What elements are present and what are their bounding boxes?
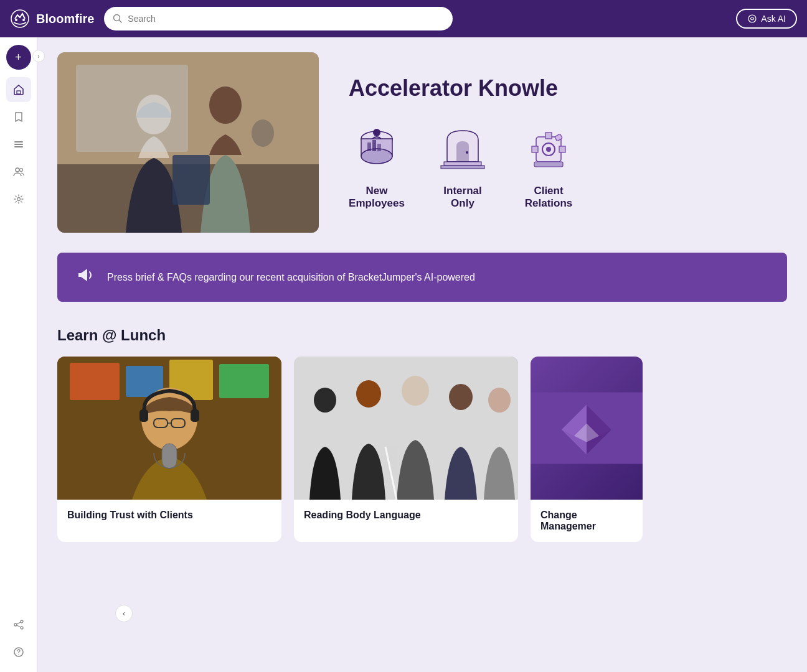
collapse-arrow-bottom[interactable]: ‹ <box>115 605 133 622</box>
category-client-relations[interactable]: ClientRelations <box>521 121 577 210</box>
card-change-management[interactable]: Change Managemer <box>531 357 643 542</box>
svg-rect-51 <box>219 364 269 398</box>
internal-only-icon <box>435 121 491 177</box>
svg-point-64 <box>488 388 511 413</box>
svg-point-45 <box>546 147 551 152</box>
svg-point-1 <box>15 19 17 21</box>
new-employees-icon <box>349 121 405 177</box>
sidebar-bottom <box>6 612 31 665</box>
search-bar[interactable] <box>104 7 453 30</box>
svg-point-25 <box>252 119 274 147</box>
svg-rect-7 <box>14 141 23 142</box>
svg-rect-41 <box>559 146 565 152</box>
sidebar-item-queue[interactable] <box>6 132 31 157</box>
card-1-label: Building Trust with Clients <box>57 500 281 531</box>
svg-point-10 <box>16 168 19 172</box>
card-image-2 <box>294 357 518 500</box>
card-3-label: Change Managemer <box>531 500 643 542</box>
logo: Bloomfire <box>10 9 94 29</box>
search-icon <box>113 14 123 24</box>
sidebar: + <box>0 37 37 672</box>
card-2-svg <box>294 357 518 500</box>
svg-rect-42 <box>545 133 552 139</box>
help-icon <box>12 646 25 658</box>
card-image-3 <box>531 357 643 500</box>
svg-rect-8 <box>14 144 23 145</box>
hero-categories: Accelerator Knowle <box>319 52 787 233</box>
svg-point-2 <box>22 19 25 21</box>
svg-rect-40 <box>532 146 538 152</box>
svg-rect-32 <box>367 142 371 151</box>
search-input[interactable] <box>128 14 444 24</box>
hero-image-svg <box>57 52 319 233</box>
svg-line-16 <box>17 622 21 624</box>
svg-rect-56 <box>139 409 148 422</box>
svg-point-5 <box>748 15 756 22</box>
add-icon: + <box>15 51 22 64</box>
bloomfire-logo-icon <box>10 9 30 29</box>
ask-ai-button[interactable]: Ask AI <box>736 9 797 29</box>
ai-icon <box>747 14 757 24</box>
main-content: Accelerator Knowle <box>37 37 807 672</box>
svg-rect-9 <box>14 146 23 147</box>
section-title-learn-at-lunch: Learn @ Lunch <box>57 327 787 344</box>
add-button[interactable]: + <box>6 45 31 70</box>
sidebar-item-bookmarks[interactable] <box>6 105 31 129</box>
card-image-1 <box>57 357 281 500</box>
svg-rect-26 <box>172 155 210 205</box>
list-icon <box>12 138 25 151</box>
cards-row: Building Trust with Clients <box>57 357 787 542</box>
sidebar-item-home[interactable] <box>6 77 31 102</box>
svg-point-63 <box>449 384 473 410</box>
svg-rect-36 <box>444 162 481 166</box>
svg-rect-57 <box>191 409 199 422</box>
svg-point-24 <box>209 86 242 124</box>
card-building-trust[interactable]: Building Trust with Clients <box>57 357 281 542</box>
hero-section: Accelerator Knowle <box>57 52 787 233</box>
hero-title: Accelerator Knowle <box>349 75 787 101</box>
megaphone-icon <box>75 265 95 289</box>
new-employees-label: NewEmployees <box>349 185 405 210</box>
svg-rect-33 <box>372 140 376 151</box>
ask-ai-label: Ask AI <box>761 14 786 24</box>
svg-line-17 <box>17 625 21 627</box>
svg-point-14 <box>21 620 23 623</box>
svg-point-31 <box>373 129 380 136</box>
svg-point-15 <box>21 627 23 629</box>
svg-rect-6 <box>17 91 21 94</box>
svg-point-19 <box>18 655 19 656</box>
bookmark-icon <box>12 111 25 123</box>
brand-name: Bloomfire <box>36 12 94 26</box>
internal-only-label: InternalOnly <box>443 185 481 210</box>
top-navigation: Bloomfire Ask AI <box>0 0 807 37</box>
sidebar-item-people[interactable] <box>6 159 31 184</box>
client-relations-label: ClientRelations <box>525 185 573 210</box>
svg-line-4 <box>120 21 122 23</box>
category-internal-only[interactable]: InternalOnly <box>435 121 491 210</box>
integrations-icon <box>12 618 25 631</box>
category-new-employees[interactable]: NewEmployees <box>349 121 405 210</box>
card-2-label: Reading Body Language <box>294 500 518 531</box>
category-items: NewEmployees InternalOn <box>349 121 787 210</box>
announcement-banner[interactable]: Press brief & FAQs regarding our recent … <box>57 253 787 302</box>
sidebar-item-settings[interactable] <box>6 187 31 212</box>
learn-at-lunch-section: Learn @ Lunch <box>57 327 787 542</box>
svg-point-12 <box>17 198 20 201</box>
client-relations-icon <box>521 121 577 177</box>
svg-rect-27 <box>76 65 188 152</box>
svg-rect-48 <box>70 363 120 400</box>
svg-point-0 <box>11 10 29 27</box>
sidebar-item-help[interactable] <box>6 640 31 665</box>
card-reading-body-language[interactable]: Reading Body Language <box>294 357 518 542</box>
svg-point-60 <box>314 388 336 413</box>
svg-rect-37 <box>441 166 484 169</box>
hero-image <box>57 52 319 233</box>
announcement-text: Press brief & FAQs regarding our recent … <box>107 272 475 283</box>
svg-point-30 <box>361 149 392 164</box>
people-icon <box>12 166 25 178</box>
sidebar-item-integrations[interactable] <box>6 612 31 637</box>
card-1-svg <box>57 357 281 500</box>
gear-icon <box>12 193 25 205</box>
svg-rect-46 <box>534 162 563 167</box>
sidebar-collapse-toggle[interactable]: › <box>32 50 45 62</box>
